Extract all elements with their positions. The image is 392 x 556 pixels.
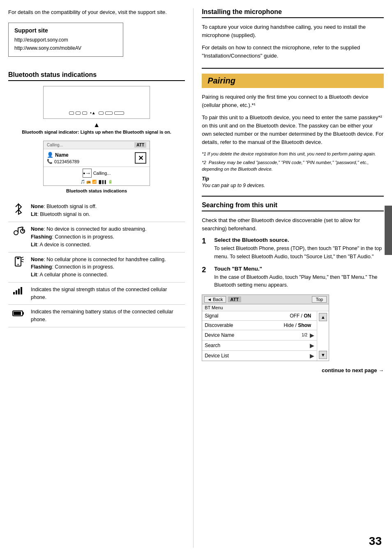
installing-microphone-text1: To capture your voice during handsfree c… xyxy=(202,23,384,39)
bt-menu-signal-name: Signal xyxy=(205,313,290,319)
status-icon-bluetooth xyxy=(8,199,29,222)
support-site-url2: http://www.sony.com/mobileAV xyxy=(14,44,117,52)
status-icon-4: ▐▌▌▌ xyxy=(98,180,107,184)
svg-rect-22 xyxy=(23,312,24,315)
svg-line-10 xyxy=(23,232,25,232)
svg-rect-19 xyxy=(18,289,20,294)
status-row-bluetooth: None: Bluetooth signal is off. Lit: Blue… xyxy=(8,199,185,222)
calling-arrow-box: ▪→ Calling... xyxy=(83,169,111,178)
calling-name-row: 👤 Name xyxy=(47,152,79,158)
calling-name-area: 👤 Name 📞 0123456789 xyxy=(47,152,79,164)
bt-menu-scroll-arrows: ▲ ▼ xyxy=(317,311,329,361)
calling-screen-caption: Bluetooth status indications xyxy=(8,188,185,193)
bt-menu-scroll-down[interactable]: ▼ xyxy=(319,351,327,359)
svg-rect-17 xyxy=(13,292,15,294)
bt-icon-6 xyxy=(114,111,124,115)
bt-menu-row-devicename[interactable]: Device Name 1/2 ▶ xyxy=(202,330,317,341)
bt-menu-scroll-up[interactable]: ▲ xyxy=(319,313,327,321)
svg-point-3 xyxy=(14,231,18,235)
status-icon-signal xyxy=(8,282,29,305)
support-site-url1: http://esupport.sony.com xyxy=(14,36,117,44)
status-row-audio: None: No device is connected for audio s… xyxy=(8,222,185,252)
bt-menu-back-button[interactable]: ◄ Back xyxy=(204,296,226,303)
svg-line-2 xyxy=(16,210,18,213)
continue-text: continue to next page → xyxy=(202,367,384,373)
svg-rect-20 xyxy=(21,287,22,294)
step1-number: 1 xyxy=(202,237,210,261)
bt-icon-1 xyxy=(69,111,74,115)
status-icon-audio xyxy=(8,222,29,252)
bt-menu-row-signal[interactable]: Signal OFF / ON xyxy=(202,311,317,321)
bt-display-caption: Bluetooth signal indicator: Lights up wh… xyxy=(8,130,185,134)
step1-container: 1 Select the Bluetooth source. To select… xyxy=(202,237,384,261)
calling-status-bar: 🎵 📻 📶 ▐▌▌▌ 🔋 xyxy=(81,180,113,184)
status-icon-5: 🔋 xyxy=(108,180,113,184)
bt-menu-row-discoverable[interactable]: Discoverable Hide / Show xyxy=(202,321,317,330)
bt-x-icon: ✕ xyxy=(135,152,146,164)
installing-microphone-text2: For details on how to connect the microp… xyxy=(202,44,384,60)
pairing-text2: To pair this unit to a Bluetooth device,… xyxy=(202,114,384,147)
calling-name: Name xyxy=(55,152,69,158)
step1-body: To select Bluetooth Phone, press (TOP), … xyxy=(214,245,384,261)
status-icon-3: 📶 xyxy=(92,180,97,184)
bt-menu-devicelist-label: Device List xyxy=(205,353,310,359)
step1-title: Select the Bluetooth source. xyxy=(214,237,384,243)
status-desc-signal: Indicates the signal strength status of … xyxy=(29,282,185,305)
phone-icon-small: 📞 xyxy=(47,159,53,164)
status-row-battery: Indicates the remaining battery status o… xyxy=(8,305,185,327)
status-icon-phone xyxy=(8,252,29,282)
bt-menu-att-label: ATT xyxy=(228,297,242,302)
section-divider-pairing xyxy=(202,68,384,69)
bt-menu-box: ◄ Back ATT Top BT Menu Signal OFF / ON xyxy=(202,294,329,361)
bt-menu-top-button[interactable]: Top xyxy=(312,296,327,303)
bt-menu-back-label: Back xyxy=(213,297,223,302)
section-divider-searching xyxy=(202,196,384,197)
status-icon-1: 🎵 xyxy=(81,180,85,184)
calling-phone-row: 📞 0123456789 xyxy=(47,159,79,164)
searching-heading: Searching from this unit xyxy=(202,202,384,211)
status-desc-battery: Indicates the remaining battery status o… xyxy=(29,305,185,327)
status-icon-2: 📻 xyxy=(86,180,91,184)
pairing-heading: Pairing xyxy=(202,74,384,88)
bt-menu-topbar: ◄ Back ATT Top xyxy=(202,295,329,304)
calling-screen-top-label: Calling... xyxy=(47,143,63,147)
pairing-tip-text: You can pair up to 9 devices. xyxy=(202,183,384,188)
calling-status-text: Calling... xyxy=(93,171,111,176)
svg-line-1 xyxy=(16,204,18,207)
svg-point-13 xyxy=(18,264,19,265)
bt-menu-row-search[interactable]: Search ▶ xyxy=(202,341,317,351)
calling-screen-middle: 👤 Name 📞 0123456789 ✕ xyxy=(44,149,150,167)
svg-marker-0 xyxy=(18,204,21,214)
pairing-text1: Pairing is required only the first time … xyxy=(202,93,384,109)
bt-indicator-arrow: ▲ xyxy=(8,121,185,129)
bt-icon-4 xyxy=(99,111,104,115)
svg-rect-23 xyxy=(14,312,21,315)
bt-menu-devicename-label: Device Name xyxy=(205,332,301,338)
person-icon: 👤 xyxy=(47,152,53,158)
calling-arrow-square: ▪→ xyxy=(83,169,92,178)
status-desc-bluetooth: None: Bluetooth signal is off. Lit: Blue… xyxy=(29,199,185,222)
bt-menu-devicelist-arrow: ▶ xyxy=(310,352,314,359)
sidebar-marker xyxy=(385,206,392,255)
bt-menu-signal-value: OFF / ON xyxy=(290,313,311,319)
calling-screen-mockup: Calling... ATT 👤 Name 📞 0123456789 ✕ xyxy=(43,141,150,186)
step2-title: Touch "BT Menu." xyxy=(214,266,384,272)
step2-number: 2 xyxy=(202,266,210,290)
bt-menu-rows: Signal OFF / ON Discoverable Hide / Show… xyxy=(202,311,317,361)
bt-menu-rows-with-sidebar: Signal OFF / ON Discoverable Hide / Show… xyxy=(202,311,329,361)
bt-menu-search-label: Search xyxy=(205,343,310,348)
status-row-signal: Indicates the signal strength status of … xyxy=(8,282,185,305)
status-icon-battery xyxy=(8,305,29,327)
calling-screen-att: ATT xyxy=(134,142,146,148)
svg-line-9 xyxy=(23,230,24,231)
bt-menu-discoverable-name: Discoverable xyxy=(205,322,284,328)
svg-line-14 xyxy=(21,257,23,258)
bt-menu-row-devicelist[interactable]: Device List ▶ xyxy=(202,351,317,361)
pairing-tip-label: Tip xyxy=(202,176,384,182)
svg-line-5 xyxy=(18,227,23,228)
bt-menu-discoverable-value: Hide / Show xyxy=(284,322,311,328)
status-table: None: Bluetooth signal is off. Lit: Blue… xyxy=(8,199,185,327)
installing-microphone-heading: Installing the microphone xyxy=(202,8,384,18)
status-desc-phone: None: No cellular phone is connected for… xyxy=(29,252,185,282)
searching-intro: Check that the other Bluetooth device di… xyxy=(202,216,384,233)
